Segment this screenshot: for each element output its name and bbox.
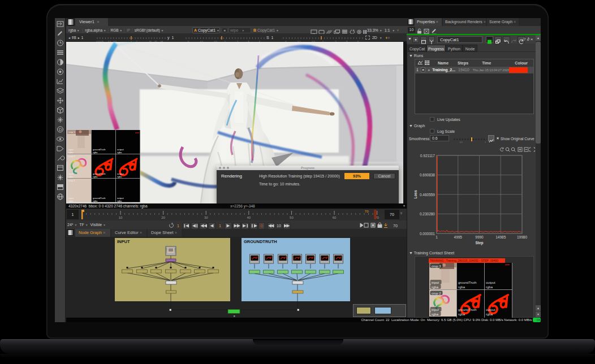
svg-text:14985: 14985 <box>495 235 506 239</box>
svg-text:10: 10 <box>119 216 123 219</box>
svg-text:INPUT: INPUT <box>117 239 130 244</box>
svg-text:output: output <box>486 281 495 284</box>
svg-text:rgba: rgba <box>68 175 74 178</box>
svg-text:crop 3: crop 3 <box>68 179 75 182</box>
svg-text:30: 30 <box>204 216 208 219</box>
svg-text:0.000001: 0.000001 <box>420 232 435 236</box>
svg-text:1: 1 <box>177 224 179 228</box>
svg-text:rgba: rgba <box>458 285 465 289</box>
svg-text:rgba: rgba <box>68 200 74 202</box>
svg-text:groundTruth: groundTruth <box>458 281 476 284</box>
svg-text:groundTruth: groundTruth <box>458 308 476 311</box>
svg-text:crop 2: crop 2 <box>68 155 75 158</box>
svg-text:0.690838: 0.690838 <box>420 173 435 177</box>
svg-text:GROUNDTRUTH: GROUNDTRUTH <box>244 239 277 244</box>
svg-text:10: 10 <box>277 224 281 228</box>
svg-text:4995: 4995 <box>454 235 463 239</box>
svg-text:9990: 9990 <box>475 235 484 239</box>
svg-text:TRAINING : Training_260115_104: TRAINING : Training_260115_104031 - STEP… <box>430 259 498 262</box>
svg-text:input: input <box>432 281 439 284</box>
svg-text:rgba: rgba <box>486 313 493 316</box>
svg-text:crop 3: crop 3 <box>432 265 441 268</box>
svg-text:0.230280: 0.230280 <box>420 212 435 216</box>
svg-text:rgba: rgba <box>93 175 98 178</box>
svg-text:50: 50 <box>290 216 294 219</box>
svg-text:1: 1 <box>485 141 486 144</box>
svg-text:rgba: rgba <box>486 285 493 289</box>
svg-text:crop 1: crop 1 <box>68 131 75 133</box>
svg-text:Step: Step <box>475 241 483 245</box>
svg-text:D: D <box>59 127 62 132</box>
svg-text:rgba: rgba <box>117 151 122 154</box>
svg-text:rgba: rgba <box>93 200 98 202</box>
svg-text:rgba: rgba <box>117 200 122 202</box>
svg-text:rgba: rgba <box>458 313 465 316</box>
svg-text:1: 1 <box>436 235 438 239</box>
svg-text:output: output <box>486 308 495 311</box>
svg-text:1: 1 <box>219 224 221 228</box>
svg-text:70: 70 <box>365 210 369 213</box>
svg-text:0: 0 <box>261 224 263 228</box>
svg-text:Loss: Loss <box>413 190 417 199</box>
svg-text:0.5: 0.5 <box>460 141 463 144</box>
svg-text:crop 2: crop 2 <box>432 292 441 295</box>
svg-text:input: input <box>432 308 439 311</box>
svg-text:rgba: rgba <box>68 151 74 154</box>
svg-text:60: 60 <box>333 216 337 219</box>
svg-text:0.460559: 0.460559 <box>420 193 435 197</box>
svg-text:20: 20 <box>161 216 165 219</box>
svg-text:0.921117: 0.921117 <box>420 154 436 158</box>
svg-text:19980: 19980 <box>517 235 527 239</box>
svg-text:rgba: rgba <box>432 285 439 289</box>
svg-text:40: 40 <box>247 216 251 219</box>
svg-text:rgba: rgba <box>117 175 122 178</box>
svg-text:rgba: rgba <box>93 151 98 154</box>
svg-text:70: 70 <box>393 224 398 228</box>
svg-text:rgba: rgba <box>432 313 439 316</box>
